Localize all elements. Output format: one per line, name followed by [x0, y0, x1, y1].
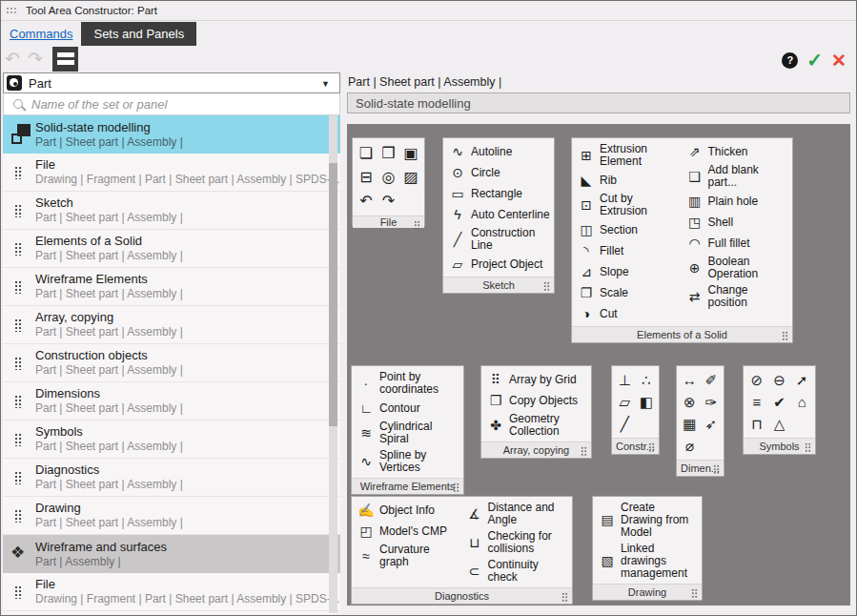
leader-note-icon[interactable]: ➚	[790, 369, 813, 391]
tool-shell[interactable]: ◳Shell	[683, 212, 791, 233]
base-symbol-icon[interactable]: ⊓	[745, 413, 768, 435]
drag-grip-icon[interactable]	[782, 331, 788, 340]
palette-footer-file[interactable]: File	[353, 216, 424, 228]
palette-footer-construction[interactable]: Constr...	[612, 438, 659, 454]
drag-grip-icon[interactable]	[805, 442, 811, 452]
tool-point-by-coordinates[interactable]: ∙Point by coordinates	[354, 369, 461, 398]
tool-full-fillet[interactable]: ◠Full fillet	[683, 233, 791, 254]
drag-grip-icon[interactable]	[14, 433, 22, 446]
datum-icon[interactable]: ⊖	[768, 369, 791, 391]
tool-checking-for-collisions[interactable]: ⊔Checking for collisions	[462, 528, 571, 557]
tool-section[interactable]: ◫Section	[574, 219, 683, 240]
palette-dimensions[interactable]: ↔ ✐ ⊗ ✑ ▦ ➶ ⌀ Dimen...	[676, 365, 724, 477]
tool-spline-by-vertices[interactable]: ∿Spline by Vertices	[354, 447, 461, 476]
radial-dimension-icon[interactable]: ✑	[701, 391, 723, 413]
tool-auto-centerline[interactable]: ϟAuto Centerline	[445, 204, 552, 225]
palette-wireframe-elements[interactable]: ∙Point by coordinates ∟Contour ≋Cylindri…	[351, 365, 464, 495]
palette-footer-symbols[interactable]: Symbols	[744, 438, 815, 454]
construction-axis-icon[interactable]: ⊥	[614, 369, 636, 391]
points-group-icon[interactable]: ∴	[636, 369, 658, 391]
list-item-construction-objects[interactable]: Construction objectsPart | Sheet part | …	[3, 344, 340, 382]
tool-construction-line[interactable]: ╱Construction Line	[445, 225, 552, 254]
palette-footer-diagnostics[interactable]: Diagnostics	[352, 587, 572, 604]
palette-array-copying[interactable]: ⠿Array by Grid ❒Copy Objects ✤Geometry C…	[480, 365, 592, 459]
leader-dimension-icon[interactable]: ➶	[701, 413, 723, 435]
palette-symbols[interactable]: ⊘ ⊖ ➚ ≡ ✔ ⌂ ⊓ △ Symbols	[743, 365, 816, 455]
tool-continuity-check[interactable]: ⊂Continuity check	[462, 557, 571, 585]
list-item-wireframe-and-surfaces[interactable]: ❖ Wireframe and surfacesPart | Assembly …	[3, 535, 340, 573]
drag-grip-icon[interactable]	[14, 280, 22, 294]
drag-grip-icon[interactable]	[581, 446, 587, 456]
confirm-button[interactable]: ✓	[806, 49, 823, 72]
palette-file[interactable]: ❏ ❒ ▣ ⊟ ◎ ▨ ↶ ↷ File	[352, 137, 425, 226]
document-type-dropdown[interactable]: Part ▼	[3, 72, 340, 93]
tool-extrusion-element[interactable]: ⊞Extrusion Element	[574, 141, 683, 170]
drag-grip-icon[interactable]	[14, 509, 22, 523]
palette-footer-dimensions[interactable]: Dimen...	[677, 460, 724, 476]
position-flag-icon[interactable]: ⌂	[790, 391, 813, 413]
tool-rib[interactable]: ◣Rib	[574, 170, 683, 191]
surface-check-icon[interactable]: ✔	[768, 391, 791, 413]
tool-cut-by-extrusion[interactable]: ⊡Cut by Extrusion	[574, 191, 683, 219]
list-item-solid-state-modelling[interactable]: Solid-state modellingPart | Sheet part |…	[3, 115, 340, 154]
redo-icon[interactable]: ↷	[24, 48, 47, 70]
tool-scale[interactable]: ❐Scale	[574, 282, 683, 303]
drag-grip-icon[interactable]	[561, 592, 568, 602]
drag-grip-icon[interactable]	[14, 395, 22, 408]
tool-project-object[interactable]: ▱Project Object	[445, 254, 552, 275]
tool-slope[interactable]: ⊿Slope	[574, 261, 683, 282]
tool-curvature-graph[interactable]: ≈Curvature graph	[354, 542, 462, 570]
list-item-dimensions[interactable]: DimensionsPart | Sheet part | Assembly |	[3, 382, 340, 421]
tool-geometry-collection[interactable]: ✤Geometry Collection	[483, 411, 589, 440]
palette-footer-sketch[interactable]: Sketch	[443, 277, 554, 293]
tool-add-blank-part[interactable]: ❑Add blank part...	[683, 162, 791, 191]
local-coordinate-system-icon[interactable]: ◧	[636, 391, 658, 413]
drag-grip-icon[interactable]	[14, 585, 22, 599]
drag-grip-icon[interactable]	[414, 220, 420, 230]
palette-diagnostics[interactable]: ✍Object Info ◰Model's CMP ≈Curvature gra…	[351, 496, 573, 605]
tool-object-info[interactable]: ✍Object Info	[354, 500, 462, 521]
tool-cylindrical-spiral[interactable]: ≋Cylindrical Spiral	[354, 419, 461, 447]
palette-footer-elements-of-a-solid[interactable]: Elements of a Solid	[572, 326, 792, 342]
palette-footer-drawing[interactable]: Drawing	[593, 584, 702, 600]
tool-fillet[interactable]: ◝Fillet	[574, 240, 683, 261]
tab-commands[interactable]: Commands	[1, 22, 81, 46]
save-as-icon[interactable]: ▨	[399, 165, 422, 189]
roughness-icon[interactable]: ⊘	[745, 369, 768, 391]
marking-icon[interactable]: △	[768, 413, 791, 435]
list-item-symbols[interactable]: SymbolsPart | Sheet part | Assembly |	[3, 421, 340, 459]
cancel-button[interactable]: ✕	[831, 50, 847, 72]
list-item-file-2[interactable]: FileDrawing | Fragment | Part | Sheet pa…	[3, 573, 340, 611]
tool-change-position[interactable]: ⇄Change position	[683, 282, 791, 311]
new-document-icon[interactable]: ❏	[355, 141, 377, 165]
palette-sketch[interactable]: ∿Autoline ⊙Circle ▭Rectangle ϟAuto Cente…	[442, 137, 555, 294]
drag-grip-icon[interactable]	[14, 357, 22, 370]
list-item-array-copying[interactable]: Array, copyingPart | Sheet part | Assemb…	[3, 306, 340, 344]
tool-copy-objects[interactable]: ❒Copy Objects	[483, 390, 589, 411]
set-name-field[interactable]: Solid-state modelling	[347, 92, 850, 113]
tool-contour[interactable]: ∟Contour	[354, 398, 461, 419]
undo-icon[interactable]: ↶	[1, 48, 24, 70]
list-item-wireframe-elements[interactable]: Wireframe ElementsPart | Sheet part | As…	[3, 268, 340, 306]
open-folder-icon[interactable]: ❒	[377, 141, 400, 165]
palette-construction-objects[interactable]: ⊥ ∴ ▱ ◧ ╱ Constr...	[611, 365, 660, 455]
palette-footer-array-copying[interactable]: Array, copying	[481, 441, 591, 458]
palette-drawing[interactable]: ▤Create Drawing from Model ▧Linked drawi…	[592, 496, 703, 601]
tool-thicken[interactable]: ⇗Thicken	[683, 141, 791, 162]
scrollbar-thumb[interactable]	[329, 163, 337, 426]
list-item-drawing[interactable]: DrawingPart | Sheet part | Assembly |	[3, 497, 340, 535]
tool-cut[interactable]: ◑Cut	[574, 303, 683, 324]
construction-spline-icon[interactable]: ╱	[614, 413, 636, 435]
tool-boolean-operation[interactable]: ⊕Boolean Operation	[683, 254, 791, 282]
tool-linked-drawings-management[interactable]: ▧Linked drawings management	[595, 541, 700, 582]
drag-grip-icon[interactable]	[648, 442, 655, 452]
linear-dimension-icon[interactable]: ↔	[679, 369, 701, 391]
tab-sets-and-panels[interactable]: Sets and Panels	[81, 22, 196, 46]
tool-models-cmp[interactable]: ◰Model's CMP	[354, 521, 462, 542]
diameter-dimension-icon[interactable]: ⊗	[679, 391, 701, 413]
list-item-sketch[interactable]: SketchPart | Sheet part | Assembly |	[3, 192, 340, 230]
drag-grip-icon[interactable]	[543, 281, 550, 291]
drag-grip-icon[interactable]	[14, 318, 22, 332]
list-scrollbar[interactable]	[329, 115, 337, 613]
redo-icon[interactable]: ↷	[377, 189, 400, 213]
